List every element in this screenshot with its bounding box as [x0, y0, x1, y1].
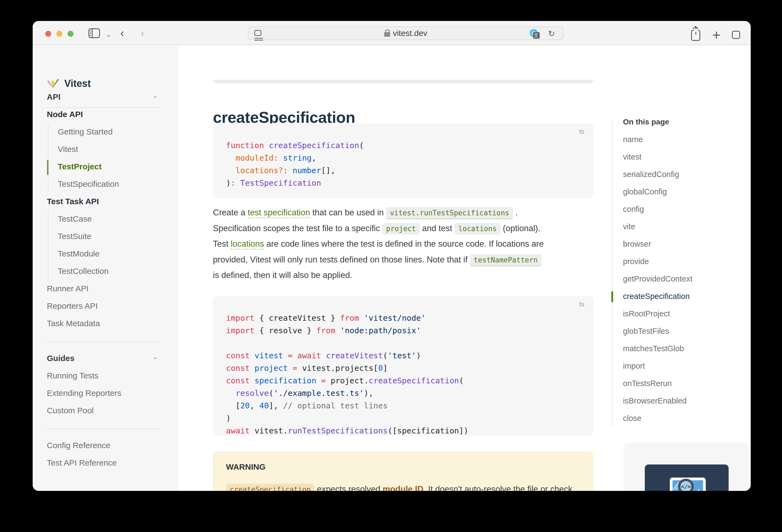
new-tab-icon[interactable]: + [712, 30, 720, 41]
minimize-window-button[interactable] [57, 31, 62, 37]
text: expects resolved [315, 484, 383, 491]
aside-divider [612, 119, 613, 427]
sidebar-item-custom-pool[interactable]: Custom Pool [47, 406, 94, 415]
sidebar-item-node-api[interactable]: Node API [47, 110, 83, 119]
sidebar-item-extending-reporters[interactable]: Extending Reporters [47, 389, 121, 398]
sidebar-divider [47, 429, 161, 429]
sidebar-indent-guide [48, 211, 48, 281]
chevron-down-icon: ⌄ [152, 353, 158, 361]
sidebar-item-test-task-api[interactable]: Test Task API [47, 197, 99, 206]
forward-icon[interactable]: › [141, 28, 144, 38]
monitor-illustration: </> [670, 477, 706, 491]
inline-code: createSpecification [226, 484, 315, 491]
inline-code-link[interactable]: vitest.runTestSpecifications [386, 207, 513, 219]
code-content: import { createVitest } from 'vitest/nod… [226, 312, 468, 437]
toc-item-globtestfiles[interactable]: globTestFiles [623, 327, 669, 336]
sidebar-item-testspecification[interactable]: TestSpecification [58, 179, 119, 189]
toc-item-vite[interactable]: vite [623, 222, 635, 231]
back-icon[interactable]: ‹ [120, 28, 124, 38]
sponsor-card[interactable]: </> [624, 442, 749, 491]
address-bar[interactable]: vitest.dev 🌐文 ↻ [248, 26, 564, 40]
code-block-signature[interactable]: ts function createSpecification( moduleI… [213, 123, 594, 198]
tab-overview-icon[interactable] [732, 28, 740, 39]
text: that can be used in [310, 208, 386, 217]
sidebar-item-reporters-api[interactable]: Reporters API [47, 302, 98, 311]
text: is defined, then it will also be applied… [213, 270, 352, 280]
toc-active-indicator [611, 291, 613, 302]
sidebar-divider [47, 107, 161, 108]
sidebar-section-api[interactable]: API [47, 92, 61, 102]
sponsor-image: </> [645, 464, 728, 491]
inline-code-link[interactable]: locations [455, 223, 500, 235]
sidebar-item-running-tests[interactable]: Running Tests [47, 371, 99, 380]
sidebar-item-testmodule[interactable]: TestModule [58, 249, 99, 258]
sidebar-indent-guide [48, 124, 48, 193]
sidebar-item-test-api-reference[interactable]: Test API Reference [47, 458, 117, 467]
code-content: function createSpecification( moduleId: … [226, 139, 364, 189]
sidebar-item-runner-api[interactable]: Runner API [47, 284, 88, 293]
warning-callout: WARNING createSpecification expects reso… [213, 452, 594, 491]
code-lang-label: ts [579, 300, 584, 308]
sidebar-item-getting-started[interactable]: Getting Started [58, 127, 113, 136]
share-icon[interactable] [691, 28, 700, 41]
sidebar-item-testcollection[interactable]: TestCollection [58, 267, 109, 276]
text: are code lines where the test is defined… [264, 239, 544, 249]
toc-item-vitest[interactable]: vitest [623, 152, 641, 162]
code-block-example[interactable]: ts import { createVitest } from 'vitest/… [213, 296, 594, 436]
chevron-down-icon: ⌄ [152, 92, 158, 99]
sidebar-toggle-icon[interactable] [88, 28, 100, 38]
aside-title: On this page [623, 118, 669, 126]
description-paragraph: Create a test specification that can be … [213, 205, 610, 283]
sidebar-item-task-metadata[interactable]: Task Metadata [47, 319, 100, 328]
sidebar-divider [47, 342, 161, 342]
doc-content: createSpecification ts function createSp… [178, 46, 751, 491]
toc-item-matchestestglob[interactable]: matchesTestGlob [623, 344, 684, 353]
sidebar-item-config-reference[interactable]: Config Reference [47, 441, 110, 450]
toc-item-browser[interactable]: browser [623, 240, 651, 249]
chevron-down-icon[interactable]: ⌄ [106, 30, 112, 39]
site-title: Vitest [64, 78, 91, 89]
text: (optional). [500, 223, 540, 233]
sidebar-section-guides[interactable]: Guides [47, 354, 75, 363]
sidebar-item-vitest[interactable]: Vitest [58, 145, 78, 154]
toc-item-globalconfig[interactable]: globalConfig [623, 187, 667, 196]
text: and test [420, 223, 455, 233]
sidebar-item-testcase[interactable]: TestCase [58, 214, 92, 223]
sidebar-item-testsuite[interactable]: TestSuite [58, 232, 91, 241]
browser-toolbar: ⌄ ‹ › vitest.dev 🌐文 ↻ + [33, 21, 751, 45]
inline-code-link[interactable]: project [382, 223, 420, 235]
toc-item-close[interactable]: close [623, 414, 641, 423]
text: Create a [213, 208, 248, 217]
close-window-button[interactable] [45, 31, 51, 37]
translate-icon[interactable]: 🌐文 [529, 29, 538, 37]
lock-icon [384, 32, 390, 37]
toc-item-config[interactable]: config [623, 205, 644, 214]
toc-item-provide[interactable]: provide [623, 257, 649, 266]
sidebar-item-testproject[interactable]: TestProject [58, 162, 102, 171]
text: . [513, 208, 518, 217]
zoom-window-button[interactable] [68, 31, 73, 37]
previous-code-block-edge [213, 80, 594, 83]
text: provided, Vitest will only run tests def… [213, 255, 470, 264]
toc-item-getprovidedcontext[interactable]: getProvidedContext [623, 275, 692, 283]
warning-body: createSpecification expects resolved mod… [226, 481, 585, 491]
warning-title: WARNING [226, 462, 265, 471]
doc-link[interactable]: test specification [248, 208, 310, 218]
toc-item-createspecification[interactable]: createSpecification [623, 292, 690, 301]
doc-link[interactable]: module ID [383, 484, 423, 491]
toc-item-serializedconfig[interactable]: serializedConfig [623, 170, 679, 179]
text: Specification scopes the test file to a … [213, 223, 382, 233]
docs-sidebar: Vitest API⌄Node APIGetting StartedVitest… [33, 46, 178, 491]
toc-item-ontestsrerun[interactable]: onTestsRerun [623, 379, 672, 388]
toc-item-name[interactable]: name [623, 135, 643, 144]
vitest-logo-icon [47, 77, 59, 90]
desktop: ⌄ ‹ › vitest.dev 🌐文 ↻ + [0, 0, 782, 532]
inline-code-link[interactable]: testNamePattern [470, 254, 541, 266]
toc-item-isrootproject[interactable]: isRootProject [623, 309, 670, 318]
toc-item-import[interactable]: import [623, 361, 645, 370]
toc-item-isbrowserenabled[interactable]: isBrowserEnabled [623, 396, 687, 405]
doc-link[interactable]: locations [230, 239, 264, 249]
reload-icon[interactable]: ↻ [548, 29, 555, 38]
vitest-logo[interactable]: Vitest [47, 77, 91, 90]
text: . It doesn't auto-resolve the file or ch… [423, 484, 572, 491]
